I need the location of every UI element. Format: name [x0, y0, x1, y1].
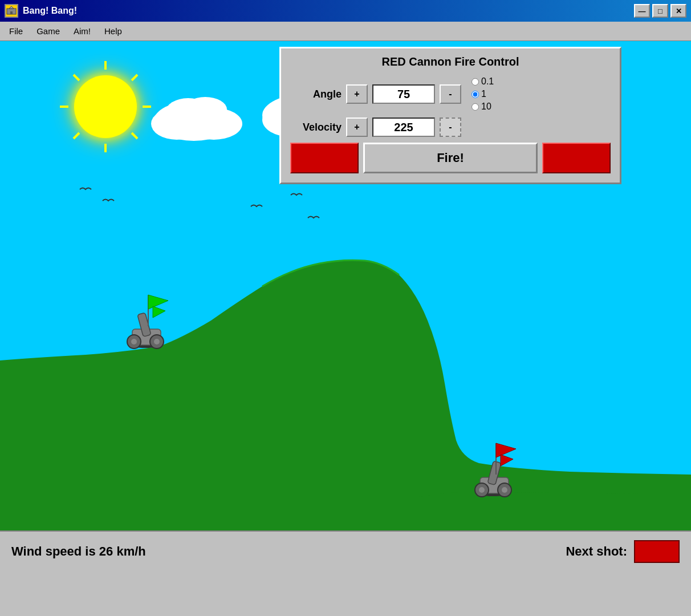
- next-shot-label: Next shot:: [566, 544, 627, 559]
- menu-file[interactable]: File: [3, 24, 29, 38]
- title-bar: Bang! Bang! — □ ✕: [0, 0, 691, 22]
- menu-bar: File Game Aim! Help: [0, 22, 691, 41]
- svg-marker-29: [148, 295, 168, 309]
- next-shot: Next shot:: [566, 540, 680, 563]
- svg-marker-30: [153, 306, 165, 318]
- svg-marker-40: [501, 455, 513, 466]
- panel-title: RED Cannon Fire Control: [290, 55, 611, 68]
- svg-marker-1: [9, 6, 14, 9]
- velocity-row: Velocity + -: [290, 117, 611, 137]
- svg-point-27: [154, 339, 160, 345]
- angle-label: Angle: [290, 88, 342, 100]
- increment-radio-group: 0.1 1 10: [471, 76, 494, 112]
- minimize-button[interactable]: —: [634, 4, 650, 18]
- wind-status: Wind speed is 26 km/h: [11, 544, 146, 559]
- velocity-plus-button[interactable]: +: [346, 117, 368, 137]
- radio-input-10[interactable]: [471, 103, 479, 111]
- window-controls: — □ ✕: [634, 4, 686, 18]
- radio-10[interactable]: 10: [471, 102, 494, 112]
- menu-help[interactable]: Help: [99, 24, 128, 38]
- angle-minus-button[interactable]: -: [440, 84, 461, 104]
- next-shot-color-block: [634, 540, 680, 563]
- radio-input-1[interactable]: [471, 91, 479, 98]
- angle-plus-button[interactable]: +: [346, 84, 368, 104]
- menu-game[interactable]: Game: [31, 24, 66, 38]
- window-title: Bang! Bang!: [23, 6, 77, 16]
- angle-input[interactable]: [372, 84, 435, 104]
- game-area: RED Cannon Fire Control Angle + - 0.1 1 …: [0, 41, 691, 572]
- fire-control-panel: RED Cannon Fire Control Angle + - 0.1 1 …: [279, 47, 621, 184]
- radio-input-0.1[interactable]: [471, 78, 479, 86]
- velocity-label: Velocity: [290, 121, 342, 133]
- close-button[interactable]: ✕: [670, 4, 686, 18]
- velocity-minus-button[interactable]: -: [440, 117, 461, 137]
- radio-1[interactable]: 1: [471, 89, 494, 99]
- cannon-right: [468, 437, 525, 500]
- app-icon: [5, 4, 18, 18]
- velocity-input[interactable]: [372, 117, 435, 137]
- fire-button[interactable]: Fire!: [363, 143, 538, 173]
- svg-point-35: [479, 487, 485, 493]
- cannon-left: [120, 289, 177, 352]
- red-block-right[interactable]: [542, 143, 611, 173]
- red-block-left[interactable]: [290, 143, 359, 173]
- fire-row: Fire!: [290, 143, 611, 173]
- maximize-button[interactable]: □: [652, 4, 668, 18]
- status-bar: Wind speed is 26 km/h Next shot:: [0, 530, 691, 572]
- svg-point-25: [131, 339, 137, 345]
- svg-point-37: [502, 487, 507, 493]
- menu-aim[interactable]: Aim!: [68, 24, 96, 38]
- svg-rect-2: [10, 11, 13, 14]
- angle-row: Angle + - 0.1 1 10: [290, 76, 611, 112]
- svg-marker-39: [496, 443, 516, 457]
- radio-0.1[interactable]: 0.1: [471, 76, 494, 87]
- title-bar-left: Bang! Bang!: [5, 4, 77, 18]
